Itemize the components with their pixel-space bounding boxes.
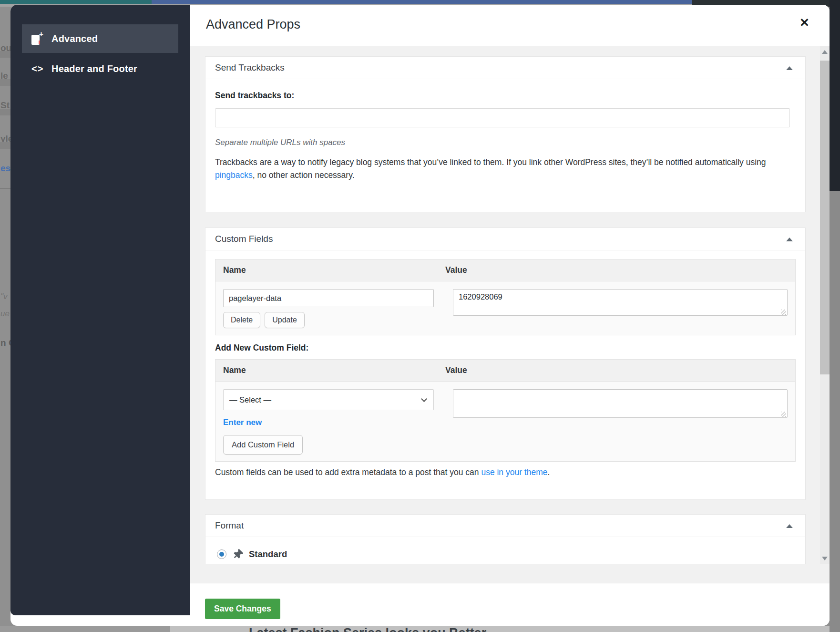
enter-new-link[interactable]: Enter new	[223, 418, 262, 427]
format-header: Format	[205, 515, 805, 537]
table-row: Delete Update 1620928069	[215, 281, 795, 335]
scrollbar	[820, 46, 830, 564]
trackbacks-label: Send trackbacks to:	[215, 91, 796, 101]
select-value: — Select —	[229, 395, 271, 404]
table-header: Name Value	[215, 360, 795, 382]
trackbacks-description: Trackbacks are a way to notify legacy bl…	[215, 156, 768, 182]
close-icon[interactable]: ✕	[799, 15, 809, 30]
code-icon: <>	[31, 63, 44, 74]
modal-sidebar: + Advanced <> Header and Footer	[10, 5, 190, 615]
scroll-down-icon[interactable]	[822, 557, 828, 560]
use-in-your-theme-link[interactable]: use in your theme	[481, 467, 547, 477]
advanced-props-modal: + Advanced <> Header and Footer Advanced…	[10, 5, 830, 626]
format-panel: Format Standard	[205, 514, 806, 564]
modal-content: Advanced Props ✕ Send Trackbacks Send tr…	[190, 5, 830, 626]
chevron-down-icon	[421, 396, 427, 402]
table-header: Name Value	[215, 259, 795, 281]
new-custom-field-value-textarea[interactable]	[453, 389, 788, 418]
modal-footer: Save Changes	[190, 583, 830, 626]
modal-scroll-area: Send Trackbacks Send trackbacks to: Sepa…	[190, 46, 830, 583]
page-plus-icon: +	[31, 32, 44, 45]
sidebar-item-header-and-footer[interactable]: <> Header and Footer	[22, 58, 178, 79]
description-text: Trackbacks are a way to notify legacy bl…	[215, 157, 766, 167]
backdrop-page-bar	[152, 0, 692, 4]
backdrop-text-fragment: "v	[0, 292, 10, 301]
custom-field-name-input[interactable]	[223, 289, 434, 307]
section-title: Format	[215, 520, 244, 531]
custom-fields-panel: Custom Fields Name Value	[205, 228, 806, 500]
scroll-up-icon[interactable]	[822, 50, 828, 54]
delete-button[interactable]: Delete	[223, 312, 260, 328]
column-header-name: Name	[215, 259, 439, 281]
backdrop-band	[0, 51, 10, 58]
custom-field-value-textarea[interactable]: 1620928069	[453, 289, 788, 316]
trackbacks-input[interactable]	[215, 108, 790, 127]
modal-header: Advanced Props ✕	[190, 5, 830, 46]
format-option-label: Standard	[249, 549, 287, 559]
collapse-arrow-icon[interactable]	[786, 524, 793, 528]
add-custom-field-table: Name Value — Select — Enter new	[215, 359, 796, 462]
collapse-arrow-icon[interactable]	[786, 238, 793, 241]
collapse-arrow-icon[interactable]	[786, 66, 793, 70]
page-title: Advanced Props	[206, 17, 300, 32]
backdrop-divider	[0, 188, 10, 189]
send-trackbacks-panel: Send Trackbacks Send trackbacks to: Sepa…	[205, 56, 806, 212]
backdrop-band	[0, 142, 10, 149]
pin-icon	[231, 547, 245, 561]
backdrop-link-fragment: es	[0, 163, 10, 174]
column-header-value: Value	[439, 360, 795, 381]
backdrop-bottom-menu	[0, 626, 170, 632]
table-row: — Select — Enter new Add Custom Field	[215, 382, 795, 461]
column-header-value: Value	[439, 259, 795, 281]
custom-fields-table: Name Value Delete Update	[215, 259, 796, 335]
backdrop-post-title: Latest Fashion Series looks you Better	[249, 626, 486, 632]
add-custom-field-button[interactable]: Add Custom Field	[223, 435, 303, 455]
custom-fields-header: Custom Fields	[205, 228, 805, 250]
send-trackbacks-header: Send Trackbacks	[205, 57, 805, 79]
scrollbar-thumb[interactable]	[820, 61, 830, 374]
backdrop-text-fragment: ue	[0, 309, 10, 319]
pingbacks-link[interactable]: pingbacks	[215, 170, 253, 180]
trackbacks-note: Separate multiple URLs with spaces	[215, 138, 796, 147]
backdrop-left-strip: ou le St yle es "v ue n C	[0, 7, 10, 626]
backdrop-admin-bar	[0, 0, 152, 4]
custom-field-select[interactable]: — Select —	[223, 389, 434, 410]
sidebar-item-label: Header and Footer	[51, 63, 137, 74]
radio-button-selected[interactable]	[217, 549, 226, 559]
column-header-name: Name	[215, 360, 439, 381]
description-text: Custom fields can be used to add extra m…	[215, 467, 481, 477]
description-text: .	[548, 467, 550, 477]
custom-fields-description: Custom fields can be used to add extra m…	[215, 467, 796, 477]
backdrop-band	[0, 109, 10, 115]
format-option-standard: Standard	[215, 549, 796, 559]
resize-grip-icon[interactable]	[781, 412, 786, 417]
sidebar-item-advanced[interactable]: + Advanced	[22, 24, 178, 53]
sidebar-item-label: Advanced	[51, 33, 98, 44]
save-changes-button[interactable]: Save Changes	[205, 599, 280, 619]
backdrop-band	[0, 79, 10, 86]
backdrop-bottom-strip: Latest Fashion Series looks you Better	[170, 626, 830, 632]
backdrop-text-fragment: n C	[0, 338, 10, 348]
section-title: Send Trackbacks	[215, 62, 285, 73]
update-button[interactable]: Update	[265, 312, 305, 328]
backdrop-right-dark	[830, 0, 840, 191]
description-text: , no other action necessary.	[253, 170, 355, 180]
add-new-custom-field-heading: Add New Custom Field:	[215, 343, 796, 353]
resize-grip-icon[interactable]	[781, 310, 786, 315]
section-title: Custom Fields	[215, 234, 273, 244]
backdrop-right-gray	[830, 191, 840, 632]
